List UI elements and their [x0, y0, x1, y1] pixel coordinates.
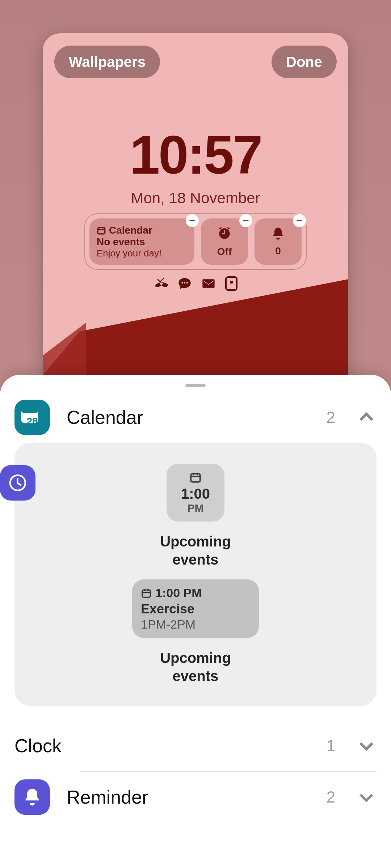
- calendar-app-icon: 28: [14, 400, 50, 435]
- svg-point-6: [24, 407, 27, 409]
- section-header-clock[interactable]: Clock 1: [14, 720, 377, 771]
- remove-widget-button[interactable]: [293, 214, 306, 227]
- widget-alarm-caption: Off: [217, 246, 232, 258]
- calendar-icon-day: 28: [20, 416, 45, 427]
- remove-widget-button[interactable]: [186, 214, 199, 227]
- calendar-icon: [189, 471, 202, 485]
- chevron-up-icon[interactable]: [356, 407, 377, 427]
- widget-reminder[interactable]: 0: [255, 218, 302, 265]
- chevron-down-icon[interactable]: [356, 736, 377, 756]
- section-count: 1: [327, 737, 335, 755]
- svg-point-7: [33, 407, 35, 409]
- widget-calendar-line2: Enjoy your day!: [97, 248, 161, 259]
- preview-meridiem: PM: [188, 502, 204, 514]
- preview-event-title: Exercise: [141, 601, 250, 617]
- remove-widget-button[interactable]: [239, 214, 252, 227]
- missed-call-icon: [154, 276, 168, 292]
- reminder-app-icon: [14, 779, 50, 815]
- preview-label: Upcoming events: [160, 532, 231, 569]
- lockscreen-widgets-row[interactable]: Calendar No events Enjoy your day! Off 0: [84, 213, 307, 270]
- section-count: 2: [327, 788, 335, 806]
- lockscreen-preview: Wallpapers Done 10:57 Mon, 18 November C…: [43, 33, 348, 417]
- preview-label: Upcoming events: [160, 649, 231, 685]
- widget-calendar-title: Calendar: [109, 225, 152, 236]
- calendar-icon: [97, 226, 106, 235]
- chevron-down-icon[interactable]: [356, 787, 377, 807]
- section-title: Reminder: [67, 786, 310, 808]
- lockscreen-time[interactable]: 10:57: [43, 124, 348, 186]
- widget-calendar[interactable]: Calendar No events Enjoy your day!: [89, 218, 194, 265]
- calendar-widget-previews: 1:00 PM Upcoming events 1:00 PM Exercise…: [14, 443, 377, 706]
- calendar-icon: [141, 588, 152, 599]
- widget-reminder-count: 0: [275, 245, 281, 257]
- section-header-reminder[interactable]: Reminder 2: [14, 772, 377, 822]
- messages-icon: [177, 276, 192, 292]
- widget-alarm[interactable]: Off: [201, 218, 248, 265]
- svg-rect-0: [98, 227, 105, 234]
- section-count: 2: [327, 408, 335, 426]
- section-title: Clock: [14, 735, 310, 757]
- preview-time: 1:00: [181, 486, 210, 502]
- widgets-sheet[interactable]: 28 Calendar 2 1:00 PM Upcoming events: [0, 375, 391, 868]
- system-update-icon: [225, 276, 237, 291]
- preview-event-range: 1PM-2PM: [141, 617, 250, 631]
- section-title: Calendar: [67, 407, 310, 428]
- lockscreen-date[interactable]: Mon, 18 November: [43, 190, 348, 207]
- wallpapers-button[interactable]: Wallpapers: [54, 46, 160, 78]
- bell-icon: [271, 226, 285, 243]
- done-button[interactable]: Done: [272, 46, 337, 78]
- mail-icon: [201, 276, 216, 292]
- clock-app-icon: [0, 465, 35, 501]
- notification-icons-row: [43, 276, 348, 292]
- preview-time: 1:00 PM: [155, 586, 202, 600]
- widget-preview-upcoming-wide[interactable]: 1:00 PM Exercise 1PM-2PM: [132, 579, 259, 638]
- widget-calendar-line1: No events: [97, 236, 145, 248]
- svg-rect-8: [191, 474, 200, 482]
- sheet-drag-handle[interactable]: [185, 384, 206, 387]
- widget-preview-upcoming-small[interactable]: 1:00 PM: [167, 464, 224, 522]
- section-header-calendar[interactable]: 28 Calendar 2: [14, 392, 377, 443]
- svg-rect-5: [21, 408, 38, 413]
- svg-rect-12: [142, 590, 151, 597]
- alarm-icon: [216, 226, 232, 244]
